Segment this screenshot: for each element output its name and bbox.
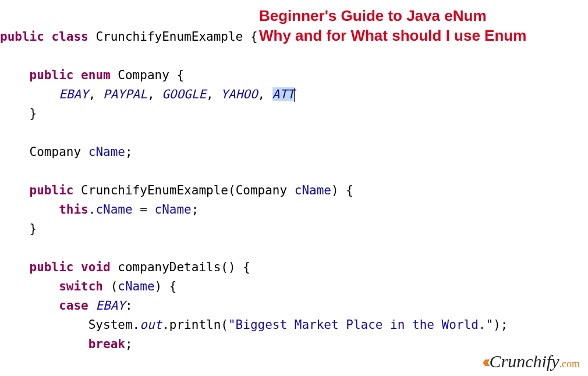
field-type: Company — [30, 145, 82, 159]
enum-name: Company — [118, 68, 169, 82]
keyword-case: case — [59, 299, 88, 313]
enum-value: EBAY — [59, 87, 88, 101]
keyword-public: public — [30, 260, 74, 274]
keyword-void: void — [81, 260, 111, 274]
keyword-class: class — [52, 30, 88, 44]
enum-value: PAYPAL — [103, 87, 147, 101]
keyword-switch: switch — [59, 279, 103, 293]
keyword-break: break — [88, 337, 125, 351]
title-line-1: Beginner's Guide to Java eNum — [259, 6, 585, 26]
param-name: cName — [295, 183, 331, 197]
keyword-public: public — [30, 183, 74, 197]
enum-value-selected: ATT — [272, 87, 295, 101]
class-name: CrunchifyEnumExample — [95, 30, 243, 44]
method-name: companyDetails — [118, 260, 221, 274]
keyword-public: public — [30, 68, 74, 82]
title-line-2: Why and for What should I use Enum — [259, 26, 585, 45]
field-ref: cName — [95, 203, 132, 217]
param-type: Company — [236, 183, 288, 197]
string-literal: "Biggest Market Place in the World." — [228, 318, 493, 332]
code-text: public class CrunchifyEnumExample { publ… — [0, 27, 588, 376]
keyword-public: public — [0, 30, 44, 44]
logo-brand: Crunchify — [490, 352, 559, 371]
code-editor[interactable]: public class CrunchifyEnumExample { publ… — [0, 0, 588, 376]
field-name: cName — [88, 145, 125, 159]
keyword-this: this — [59, 203, 88, 217]
text-cursor — [294, 88, 295, 102]
enum-value: GOOGLE — [162, 87, 206, 101]
crunchify-logo: ‹‹Crunchify.com — [483, 352, 580, 371]
system-out: System. — [88, 318, 140, 332]
title-overlay: Beginner's Guide to Java eNum Why and fo… — [259, 6, 585, 45]
logo-chevron-icon: ‹‹ — [483, 352, 487, 371]
switch-var: cName — [118, 279, 154, 293]
keyword-enum: enum — [81, 68, 111, 82]
enum-value: YAHOO — [221, 87, 257, 101]
case-value: EBAY — [95, 299, 125, 313]
param-ref: cName — [155, 203, 192, 217]
ctor-name: CrunchifyEnumExample — [81, 183, 228, 197]
out-field: out — [140, 318, 162, 332]
logo-tld: .com — [559, 358, 580, 370]
